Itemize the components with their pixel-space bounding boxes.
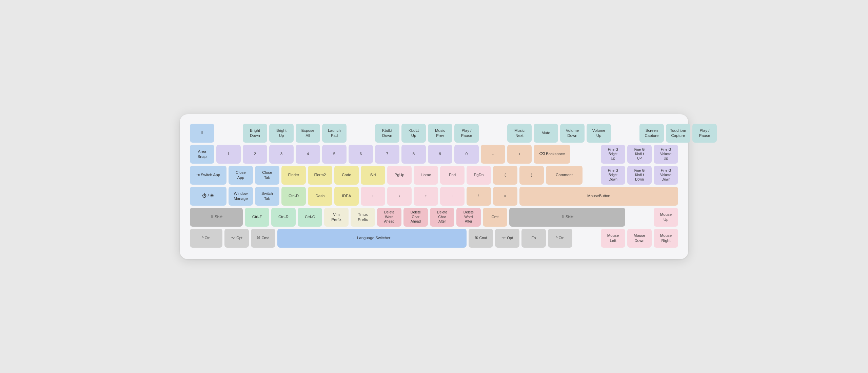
key-spacebar[interactable]: ⎵ Language Switcher [277,229,467,248]
key-switch-app[interactable]: ⇥ Switch App [190,166,226,185]
key-switch-tab[interactable]: SwitchTab [255,187,279,206]
key-plus[interactable]: + [507,145,532,164]
key-ctrl-right[interactable]: ^ Ctrl [548,229,572,248]
key-home[interactable]: Home [414,166,438,185]
key-bright-down[interactable]: BrightDown [243,124,267,143]
key-fine-g-kbdlt-down[interactable]: Fine-GKbdLtDown [627,166,652,185]
key-pgup[interactable]: PgUp [387,166,412,185]
key-3[interactable]: 3 [269,145,294,164]
key-music-prev[interactable]: MusicPrev [428,124,452,143]
key-close-tab[interactable]: CloseTab [255,166,279,185]
key-play-pause2[interactable]: Play /Pause [692,124,717,143]
key-8[interactable]: 8 [401,145,426,164]
key-close-paren[interactable]: ) [519,166,544,185]
key-area-snap[interactable]: AreaSnap [190,145,214,164]
key-vim-prefix[interactable]: VimPrefix [324,208,349,227]
key-ctrl-c[interactable]: Ctrl-C [298,208,322,227]
num-row: AreaSnap 1 2 3 4 5 6 7 8 9 0 - + ⌫ Backs… [190,145,678,164]
key-arrow-down[interactable]: ↓ [387,187,412,206]
key-mute[interactable]: Mute [534,124,558,143]
key-7[interactable]: 7 [375,145,399,164]
key-iterm2[interactable]: iTerm2 [308,166,332,185]
key-mouse-button[interactable]: MouseButton [519,187,678,206]
key-arrow-right[interactable]: → [440,187,465,206]
key-fine-g-kbdlt-up[interactable]: Fine-GKbdLtUP [627,145,652,164]
key-end[interactable]: End [440,166,465,185]
key-code[interactable]: Code [334,166,359,185]
key-volume-down[interactable]: VolumeDown [560,124,585,143]
key-window-manage[interactable]: WindowManage [229,187,253,206]
key-cmt[interactable]: Cmt [483,208,507,227]
key-comment[interactable]: Comment [546,166,583,185]
key-shift-right[interactable]: ⇧ Shift [509,208,625,227]
key-equals[interactable]: = [493,187,517,206]
ctrl-row: ^ Ctrl ⌥ Opt ⌘ Cmd ⎵ Language Switcher ⌘… [190,229,678,248]
key-fine-g-volume-up[interactable]: Fine-GVolumeUp [654,145,678,164]
key-backspace[interactable]: ⌫ Backspace [534,145,570,164]
key-ctrl-d[interactable]: Ctrl-D [281,187,306,206]
key-open-paren[interactable]: ( [493,166,517,185]
key-cmd-left[interactable]: ⌘ Cmd [251,229,275,248]
key-finder[interactable]: Finder [281,166,306,185]
key-screen-capture[interactable]: ScreenCapture [639,124,664,143]
key-minus[interactable]: - [481,145,505,164]
key-6[interactable]: 6 [349,145,373,164]
key-tmux-prefix[interactable]: TmuxPrefix [351,208,375,227]
key-ctrl-left[interactable]: ^ Ctrl [190,229,222,248]
key-mouse-right[interactable]: MouseRight [654,229,678,248]
key-music-next[interactable]: MusicNext [507,124,532,143]
key-kbdlt-up[interactable]: KbdLtUp [401,124,426,143]
key-arrow-left[interactable]: ← [361,187,385,206]
key-dash[interactable]: Dash [308,187,332,206]
key-mouse-down[interactable]: MouseDown [627,229,652,248]
key-5[interactable]: 5 [322,145,347,164]
tab-row: ⇥ Switch App CloseApp CloseTab Finder iT… [190,166,678,185]
key-ctrl-z[interactable]: Ctrl-Z [245,208,269,227]
key-cmd-right[interactable]: ⌘ Cmd [469,229,493,248]
key-opt-right[interactable]: ⌥ Opt [495,229,519,248]
key-fn-special[interactable]: ⇧ [190,124,214,143]
key-fine-g-volume-down[interactable]: Fine-GVolumeDown [654,166,678,185]
key-delete-char-after[interactable]: DeleteCharAfter [430,208,454,227]
key-delete-word-after[interactable]: DeleteWordAfter [456,208,481,227]
key-mouse-left[interactable]: MouseLeft [601,229,625,248]
key-0[interactable]: 0 [454,145,479,164]
key-shift-left[interactable]: ⇧ Shift [190,208,243,227]
keyboard: ⇧ BrightDown BrightUp ExposeAll LaunchPa… [180,114,688,259]
key-launch-pad[interactable]: LaunchPad [322,124,347,143]
key-fine-g-bright-up[interactable]: Fine-GBrightUp [601,145,625,164]
key-opt-left[interactable]: ⌥ Opt [224,229,249,248]
key-caps-lock[interactable]: ⏻ / ✳ [190,187,226,206]
shift-row: ⇧ Shift Ctrl-Z Ctrl-R Ctrl-C VimPrefix T… [190,208,678,227]
key-siri[interactable]: Siri [361,166,385,185]
key-exclaim[interactable]: ! [467,187,491,206]
caps-row: ⏻ / ✳ WindowManage SwitchTab Ctrl-D Dash… [190,187,678,206]
key-touchbar-capture[interactable]: TouchbarCapture [666,124,690,143]
fn-row: ⇧ BrightDown BrightUp ExposeAll LaunchPa… [190,124,678,143]
key-bright-up[interactable]: BrightUp [269,124,294,143]
key-fn[interactable]: Fn [521,229,546,248]
key-ctrl-r[interactable]: Ctrl-R [271,208,296,227]
key-idea[interactable]: IDEA [334,187,359,206]
key-expose-all[interactable]: ExposeAll [296,124,320,143]
key-close-app[interactable]: CloseApp [229,166,253,185]
key-pgdn[interactable]: PgDn [467,166,491,185]
key-delete-word-ahead[interactable]: DeleteWordAhead [377,208,401,227]
key-delete-char-ahead[interactable]: DeleteCharAhead [403,208,428,227]
key-fine-g-bright-down[interactable]: Fine-GBrightDown [601,166,625,185]
key-1[interactable]: 1 [216,145,241,164]
key-arrow-up[interactable]: ↑ [414,187,438,206]
key-4[interactable]: 4 [296,145,320,164]
key-play-pause[interactable]: Play /Pause [454,124,479,143]
key-2[interactable]: 2 [243,145,267,164]
key-9[interactable]: 9 [428,145,452,164]
key-mouse-up[interactable]: MouseUp [654,208,678,227]
key-volume-up[interactable]: VolumeUp [587,124,611,143]
key-kbdlt-down[interactable]: KbdLtDown [375,124,399,143]
